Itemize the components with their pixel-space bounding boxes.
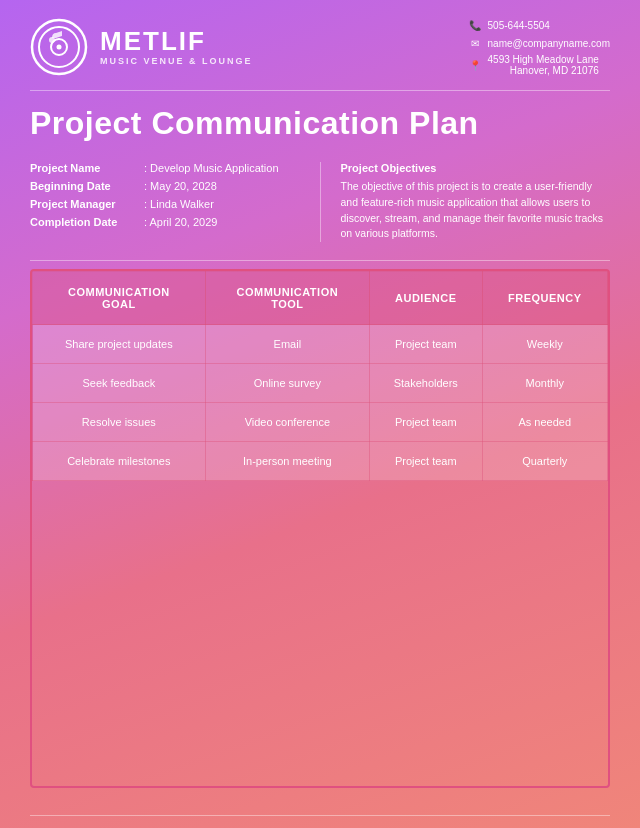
table-cell-1-1: Online survey (205, 364, 369, 403)
contact-info: 📞 505-644-5504 ✉ name@companyname.com 📍 … (468, 18, 610, 76)
footer-line (30, 815, 610, 816)
manager-row: Project Manager : Linda Walker (30, 198, 300, 210)
col-header-tool: COMMUNICATIONTOOL (205, 272, 369, 325)
footer (0, 788, 640, 828)
table-cell-1-0: Seek feedback (33, 364, 206, 403)
completion-date-row: Completion Date : April 20, 2029 (30, 216, 300, 228)
logo-text: METLIF MUSIC VENUE & LOUNGE (100, 28, 253, 66)
table-cell-2-2: Project team (370, 403, 483, 442)
email-icon: ✉ (468, 36, 482, 50)
phone-text: 505-644-5504 (488, 20, 550, 31)
objectives-text: The objective of this project is to crea… (341, 179, 611, 242)
communication-table-container: COMMUNICATIONGOAL COMMUNICATIONTOOL AUDI… (30, 269, 610, 788)
table-cell-3-1: In-person meeting (205, 442, 369, 481)
project-objectives: Project Objectives The objective of this… (321, 162, 611, 242)
completion-date-value: : April 20, 2029 (144, 216, 217, 228)
table-cell-0-0: Share project updates (33, 325, 206, 364)
table-row: Resolve issuesVideo conferenceProject te… (33, 403, 608, 442)
beginning-date-value: : May 20, 2028 (144, 180, 217, 192)
col-header-goal: COMMUNICATIONGOAL (33, 272, 206, 325)
table-cell-0-3: Weekly (482, 325, 607, 364)
table-cell-3-3: Quarterly (482, 442, 607, 481)
email-text: name@companyname.com (488, 38, 610, 49)
phone-icon: 📞 (468, 18, 482, 32)
project-info: Project Name : Develop Music Application… (0, 152, 640, 252)
table-cell-2-1: Video conference (205, 403, 369, 442)
logo-icon (30, 18, 88, 76)
completion-date-label: Completion Date (30, 216, 140, 228)
communication-table: COMMUNICATIONGOAL COMMUNICATIONTOOL AUDI… (32, 271, 608, 481)
location-icon: 📍 (468, 58, 482, 72)
manager-label: Project Manager (30, 198, 140, 210)
project-details-left: Project Name : Develop Music Application… (30, 162, 321, 242)
col-header-frequency: FREQUENCY (482, 272, 607, 325)
table-cell-3-2: Project team (370, 442, 483, 481)
svg-point-4 (49, 37, 55, 43)
table-header-row: COMMUNICATIONGOAL COMMUNICATIONTOOL AUDI… (33, 272, 608, 325)
header: METLIF MUSIC VENUE & LOUNGE 📞 505-644-55… (0, 0, 640, 90)
table-row: Seek feedbackOnline surveyStakeholdersMo… (33, 364, 608, 403)
logo-name: METLIF (100, 28, 253, 54)
manager-value: : Linda Walker (144, 198, 214, 210)
contact-email: ✉ name@companyname.com (468, 36, 610, 50)
table-cell-0-1: Email (205, 325, 369, 364)
main-title: Project Communication Plan (30, 105, 610, 142)
title-section: Project Communication Plan (0, 91, 640, 152)
table-cell-1-2: Stakeholders (370, 364, 483, 403)
table-row: Celebrate milestonesIn-person meetingPro… (33, 442, 608, 481)
logo-area: METLIF MUSIC VENUE & LOUNGE (30, 18, 253, 76)
contact-phone: 📞 505-644-5504 (468, 18, 610, 32)
contact-address: 📍 4593 High Meadow Lane Hanover, MD 2107… (468, 54, 610, 76)
project-name-row: Project Name : Develop Music Application (30, 162, 300, 174)
table-cell-0-2: Project team (370, 325, 483, 364)
address-text: 4593 High Meadow Lane Hanover, MD 21076 (488, 54, 599, 76)
objectives-title: Project Objectives (341, 162, 611, 174)
project-name-value: : Develop Music Application (144, 162, 279, 174)
col-header-audience: AUDIENCE (370, 272, 483, 325)
logo-subtitle: MUSIC VENUE & LOUNGE (100, 56, 253, 66)
table-cell-2-0: Resolve issues (33, 403, 206, 442)
beginning-date-row: Beginning Date : May 20, 2028 (30, 180, 300, 192)
beginning-date-label: Beginning Date (30, 180, 140, 192)
table-row: Share project updatesEmailProject teamWe… (33, 325, 608, 364)
table-cell-3-0: Celebrate milestones (33, 442, 206, 481)
project-name-label: Project Name (30, 162, 140, 174)
content-divider (30, 260, 610, 261)
page: METLIF MUSIC VENUE & LOUNGE 📞 505-644-55… (0, 0, 640, 828)
table-cell-2-3: As needed (482, 403, 607, 442)
table-cell-1-3: Monthly (482, 364, 607, 403)
svg-point-3 (57, 45, 62, 50)
